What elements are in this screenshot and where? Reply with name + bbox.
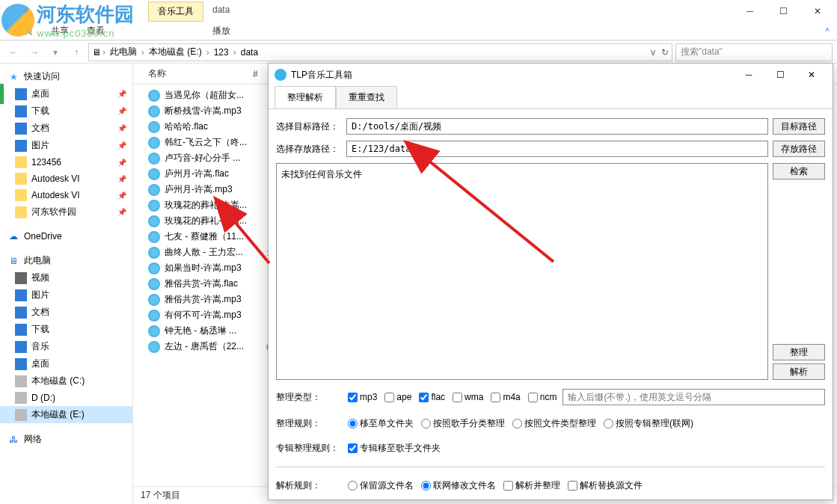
sidebar-item[interactable]: 文档📌	[0, 120, 132, 137]
search-input[interactable]: 搜索"data"	[675, 43, 833, 61]
music-file-icon	[148, 153, 160, 165]
dialog-maximize-button[interactable]: ☐	[765, 65, 795, 84]
organize-button[interactable]: 整理	[773, 344, 825, 360]
sidebar-item[interactable]: 桌面📌	[0, 85, 132, 102]
col-name[interactable]: 名称	[148, 67, 253, 80]
music-file-icon	[148, 310, 160, 322]
save-path-button[interactable]: 存放路径	[773, 141, 825, 157]
close-button[interactable]: ✕	[800, 1, 834, 22]
address-bar[interactable]: 🖥› 此电脑› 本地磁盘 (E:)› 123› data v ↻	[88, 43, 672, 61]
forward-button[interactable]: →	[25, 43, 43, 61]
type-label: 整理类型：	[276, 391, 342, 404]
sidebar-item[interactable]: 桌面	[0, 355, 132, 372]
music-file-icon	[148, 215, 160, 227]
music-file-icon	[148, 105, 160, 117]
divider-icon: |	[52, 4, 66, 18]
sidebar-item[interactable]: Autodesk VI📌	[0, 187, 132, 203]
sidebar-item[interactable]: 下载	[0, 321, 132, 338]
sidebar-item[interactable]: 本地磁盘 (E:)	[0, 406, 132, 423]
props-icon[interactable]: ▫	[36, 4, 49, 18]
sidebar-this-pc[interactable]: 🖥此电脑	[0, 252, 132, 269]
target-path-label: 选择目标路径：	[276, 120, 342, 133]
folder-icon: 📁	[3, 4, 16, 18]
ribbon-share[interactable]: 共享	[51, 25, 69, 37]
crumb[interactable]: 123	[211, 47, 232, 58]
type-checkbox-mp3[interactable]: mp3	[348, 392, 377, 402]
sidebar-item[interactable]: 图片📌	[0, 137, 132, 154]
parse-opt[interactable]: 保留源文件名	[348, 479, 414, 492]
parse-label: 解析规则：	[276, 479, 342, 492]
address-dropdown-icon[interactable]: v	[651, 47, 655, 58]
sidebar-item[interactable]: 音乐	[0, 338, 132, 355]
window-title: data	[203, 1, 239, 22]
ribbon-play[interactable]: 播放	[212, 25, 230, 37]
contextual-tab-music[interactable]: 音乐工具	[148, 1, 203, 22]
sidebar-item[interactable]: 视频	[0, 269, 132, 286]
result-textarea[interactable]: 未找到任何音乐文件	[276, 163, 768, 380]
rule-radio[interactable]: 按照歌手分类整理	[421, 417, 505, 430]
ribbon-view[interactable]: 查看	[87, 25, 105, 37]
crumb[interactable]: 本地磁盘 (E:)	[146, 46, 205, 58]
recent-dropdown[interactable]: ▾	[46, 43, 64, 61]
target-path-button[interactable]: 目标路径	[773, 118, 825, 135]
rule-radio[interactable]: 按照专辑整理(联网)	[604, 417, 693, 430]
type-checkbox-wma[interactable]: wma	[453, 392, 483, 402]
crumb[interactable]: data	[238, 47, 261, 58]
save-path-label: 选择存放路径：	[276, 143, 342, 156]
tlp-dialog: TLP音乐工具箱 ─ ☐ ✕ 整理解析 重重查找 选择目标路径： 目标路径 选择…	[268, 63, 833, 500]
music-file-icon	[148, 341, 160, 353]
sidebar-item[interactable]: 本地磁盘 (C:)	[0, 372, 132, 390]
parse-opt[interactable]: 联网修改文件名	[421, 479, 496, 492]
sidebar-item[interactable]: 123456📌	[0, 154, 132, 170]
parse-opt[interactable]: 解析替换源文件	[568, 479, 643, 492]
parse-opt[interactable]: 解析并整理	[503, 479, 560, 492]
dialog-minimize-button[interactable]: ─	[734, 65, 764, 84]
ribbon-home[interactable]: 主页	[15, 25, 33, 37]
maximize-button[interactable]: ☐	[767, 1, 800, 22]
music-file-icon	[148, 325, 160, 337]
quick-access-toolbar: 📁 ▾ ▫ |	[3, 4, 66, 18]
back-button[interactable]: ←	[4, 43, 22, 61]
sidebar: ★快速访问 桌面📌下载📌文档📌图片📌123456📌Autodesk VI📌Aut…	[0, 64, 133, 504]
refresh-icon[interactable]: ↻	[661, 47, 669, 58]
type-checkbox-ncm[interactable]: ncm	[528, 392, 557, 402]
music-file-icon	[148, 137, 160, 149]
ext-input[interactable]	[562, 389, 825, 405]
save-path-input[interactable]	[346, 141, 768, 157]
sidebar-item[interactable]: D (D:)	[0, 390, 132, 406]
sidebar-item[interactable]: Autodesk VI📌	[0, 170, 132, 187]
dropdown-icon[interactable]: ▾	[19, 4, 33, 18]
ribbon-expand-icon[interactable]: ^	[825, 26, 837, 37]
up-button[interactable]: ↑	[67, 43, 85, 61]
rule-radio[interactable]: 移至单文件夹	[348, 417, 414, 430]
parse-button[interactable]: 解析	[773, 363, 825, 380]
tab-refind[interactable]: 重重查找	[336, 86, 397, 109]
minimize-button[interactable]: ─	[733, 1, 767, 22]
sidebar-item[interactable]: 下载📌	[0, 102, 132, 120]
type-checkbox-ape[interactable]: ape	[384, 392, 411, 402]
pc-icon: 🖥	[92, 47, 101, 58]
search-button[interactable]: 检索	[773, 163, 825, 179]
sidebar-onedrive[interactable]: ☁OneDrive	[0, 228, 132, 245]
music-file-icon	[148, 262, 160, 274]
sidebar-item[interactable]: 河东软件园📌	[0, 203, 132, 221]
sidebar-network[interactable]: 🖧网络	[0, 431, 132, 448]
crumb[interactable]: 此电脑	[107, 46, 140, 58]
music-file-icon	[148, 90, 160, 102]
rule-radio[interactable]: 按照文件类型整理	[512, 417, 596, 430]
music-file-icon	[148, 247, 160, 259]
sidebar-item[interactable]: 文档	[0, 304, 132, 321]
type-checkbox-flac[interactable]: flac	[419, 392, 445, 402]
album-checkbox[interactable]: 专辑移至歌手文件夹	[348, 442, 441, 455]
dialog-close-button[interactable]: ✕	[797, 65, 827, 84]
music-file-icon	[148, 200, 160, 212]
dialog-title-bar[interactable]: TLP音乐工具箱 ─ ☐ ✕	[269, 64, 833, 86]
accent-bar	[0, 84, 4, 104]
target-path-input[interactable]	[346, 118, 768, 135]
type-checkbox-m4a[interactable]: m4a	[491, 392, 520, 402]
tab-organize[interactable]: 整理解析	[275, 86, 336, 109]
sidebar-quick-access[interactable]: ★快速访问	[0, 68, 132, 85]
sidebar-item[interactable]: 图片	[0, 286, 132, 304]
col-num[interactable]: #	[253, 69, 268, 79]
album-label: 专辑整理规则：	[276, 442, 342, 455]
